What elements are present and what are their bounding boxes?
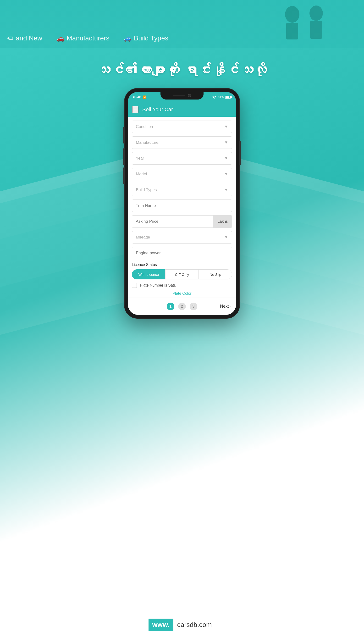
notch-camera [188,94,191,97]
lakhs-badge: Lakhs [213,215,232,228]
nav-item-and-new[interactable]: 🏷 and New [7,34,42,42]
status-right: 81% [212,95,232,99]
svg-point-4 [285,6,300,23]
build-types-dropdown-arrow: ▼ [224,188,228,192]
year-field-group: Year ▼ [132,152,232,164]
plate-number-label: Plate Number is Sati. [140,283,176,288]
condition-placeholder: Condition [136,124,153,129]
carrier-label: 4G 4G [133,96,141,99]
nav-label-build-types: Build Types [134,34,168,42]
manufacturer-dropdown[interactable]: Manufacturer ▼ [132,136,232,149]
status-left: 4G 4G 📶 [133,96,146,99]
model-placeholder: Model [136,172,147,176]
licence-status-section: Licence Status With Licence CIF Only No … [132,263,232,280]
domain-part: carsdb.com [174,618,216,631]
year-placeholder: Year [136,156,144,161]
licence-buttons-group: With Licence CIF Only No Slip [132,269,232,280]
condition-field-group: Condition ▼ [132,120,232,133]
app-content: Condition ▼ Manufacturer ▼ Year ▼ [128,117,236,298]
manufacturer-dropdown-arrow: ▼ [224,140,228,145]
car2-icon: 🚙 [124,35,131,42]
engine-power-input[interactable] [132,247,232,259]
plate-color-hint: Plate Color [132,291,232,296]
model-field-group: Model ▼ [132,168,232,180]
plate-number-checkbox-row: Plate Number is Sati. [132,283,232,288]
domain-text: carsdb.com [177,621,212,628]
cif-only-button[interactable]: CIF Only [165,269,199,280]
battery-percent: 81% [218,96,224,99]
next-chevron-icon: › [230,304,231,309]
nav-label-and-new: and New [16,34,42,42]
tag-icon: 🏷 [7,35,14,42]
build-types-field-group: Build Types ▼ [132,184,232,196]
page-dot-3[interactable]: 3 [190,302,197,310]
nav-label-manufacturers: Manufacturers [67,34,110,42]
next-button[interactable]: Next › [220,304,231,309]
website-footer: www. carsdb.com [0,618,364,631]
back-button[interactable]: ← [132,106,138,113]
year-dropdown-arrow: ▼ [224,156,228,161]
condition-dropdown[interactable]: Condition ▼ [132,120,232,133]
manufacturer-placeholder: Manufacturer [136,140,160,145]
no-slip-button[interactable]: No Slip [199,269,232,280]
build-types-placeholder: Build Types [136,188,157,192]
mileage-placeholder: Mileage [136,235,150,240]
phone-outer: 4G 4G 📶 81% [124,88,240,318]
top-nav: 🏷 and New 🚗 Manufacturers 🚙 Build Types [0,29,364,48]
bottom-pagination-bar: 1 2 3 Next › [128,298,236,315]
phone-wrapper: 4G 4G 📶 81% [124,88,240,318]
trim-name-input[interactable] [132,200,232,212]
year-dropdown[interactable]: Year ▼ [132,152,232,164]
app-title: Sell Your Car [142,106,173,113]
notch-speaker [173,95,185,96]
svg-point-6 [310,6,323,21]
page-dot-2[interactable]: 2 [178,302,186,310]
with-licence-button[interactable]: With Licence [132,269,165,280]
signal-icon: 📶 [143,96,146,99]
model-dropdown[interactable]: Model ▼ [132,168,232,180]
app-header: ← Sell Your Car [128,102,236,117]
asking-price-field-group: Lakhs [132,215,232,228]
model-dropdown-arrow: ▼ [224,172,228,176]
myanmar-heading: သင်၏ကားများကို ရောင်းနိုင်သလို [0,62,364,78]
trim-name-field-group [132,200,232,212]
condition-dropdown-arrow: ▼ [224,124,228,129]
build-types-dropdown[interactable]: Build Types ▼ [132,184,232,196]
mileage-field-group: Mileage ▼ [132,231,232,244]
car-icon: 🚗 [57,35,64,42]
battery-icon [225,96,232,98]
battery-body [225,96,231,98]
phone-notch [160,92,204,100]
wifi-icon [212,95,216,99]
licence-status-label: Licence Status [132,263,232,267]
website-badge: www. carsdb.com [148,618,216,631]
mileage-dropdown[interactable]: Mileage ▼ [132,231,232,244]
battery-fill [226,96,229,98]
next-label: Next [220,304,229,309]
plate-number-checkbox[interactable] [132,283,137,288]
engine-power-field-group [132,247,232,259]
www-part: www. [148,618,174,631]
manufacturer-field-group: Manufacturer ▼ [132,136,232,149]
page-dot-1[interactable]: 1 [167,302,174,310]
phone-screen: 4G 4G 📶 81% [128,92,236,315]
nav-item-build-types[interactable]: 🚙 Build Types [124,34,168,42]
nav-item-manufacturers[interactable]: 🚗 Manufacturers [57,34,110,42]
mileage-dropdown-arrow: ▼ [224,235,228,240]
battery-tip [231,96,232,98]
